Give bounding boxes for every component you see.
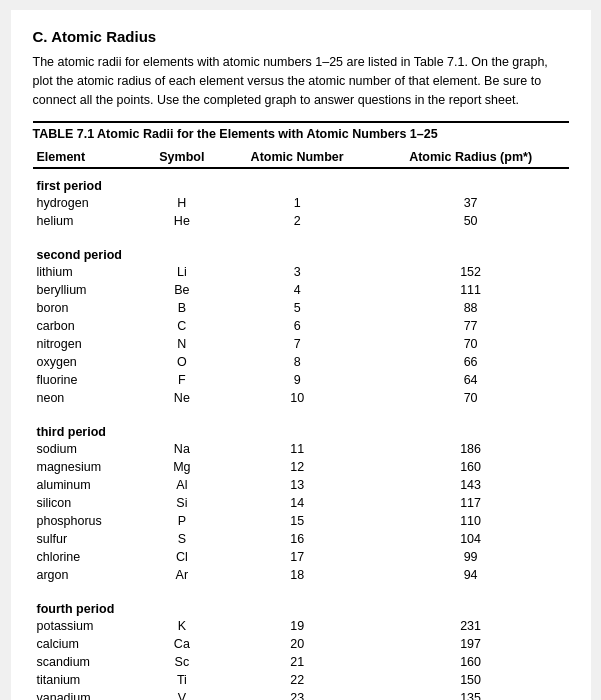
description: The atomic radii for elements with atomi…	[33, 53, 569, 109]
cell-number: 19	[222, 617, 373, 635]
cell-element: chlorine	[33, 548, 143, 566]
cell-symbol: Si	[142, 494, 221, 512]
page: C. Atomic Radius The atomic radii for el…	[11, 10, 591, 700]
cell-number: 20	[222, 635, 373, 653]
table-row: magnesiumMg12160	[33, 458, 569, 476]
cell-radius: 64	[373, 371, 569, 389]
cell-number: 1	[222, 194, 373, 212]
cell-radius: 231	[373, 617, 569, 635]
table-row: sulfurS16104	[33, 530, 569, 548]
cell-symbol: Na	[142, 440, 221, 458]
cell-element: hydrogen	[33, 194, 143, 212]
section-label: C.	[33, 28, 48, 45]
table-title: TABLE 7.1 Atomic Radii for the Elements …	[33, 121, 569, 141]
cell-radius: 143	[373, 476, 569, 494]
cell-radius: 66	[373, 353, 569, 371]
table-header-row: Element Symbol Atomic Number Atomic Radi…	[33, 147, 569, 168]
cell-symbol: V	[142, 689, 221, 700]
cell-number: 10	[222, 389, 373, 407]
cell-element: vanadium	[33, 689, 143, 700]
period-label: third period	[33, 415, 569, 440]
cell-number: 21	[222, 653, 373, 671]
cell-number: 17	[222, 548, 373, 566]
cell-number: 4	[222, 281, 373, 299]
table-row: nitrogenN770	[33, 335, 569, 353]
period-label: first period	[33, 168, 569, 194]
cell-symbol: Be	[142, 281, 221, 299]
table-row: lithiumLi3152	[33, 263, 569, 281]
cell-element: phosphorus	[33, 512, 143, 530]
section-heading: Atomic Radius	[51, 28, 156, 45]
cell-radius: 160	[373, 458, 569, 476]
cell-symbol: Al	[142, 476, 221, 494]
cell-number: 13	[222, 476, 373, 494]
table-row: sodiumNa11186	[33, 440, 569, 458]
cell-symbol: B	[142, 299, 221, 317]
cell-element: fluorine	[33, 371, 143, 389]
cell-element: titanium	[33, 671, 143, 689]
table-row: berylliumBe4111	[33, 281, 569, 299]
cell-radius: 104	[373, 530, 569, 548]
cell-number: 11	[222, 440, 373, 458]
table-row: heliumHe250	[33, 212, 569, 230]
table-row: oxygenO866	[33, 353, 569, 371]
cell-radius: 135	[373, 689, 569, 700]
cell-symbol: O	[142, 353, 221, 371]
cell-radius: 117	[373, 494, 569, 512]
cell-symbol: S	[142, 530, 221, 548]
period-spacer	[33, 230, 569, 238]
cell-symbol: Ar	[142, 566, 221, 584]
cell-element: sulfur	[33, 530, 143, 548]
table-row: siliconSi14117	[33, 494, 569, 512]
cell-symbol: Ne	[142, 389, 221, 407]
table-row: aluminumAl13143	[33, 476, 569, 494]
cell-element: nitrogen	[33, 335, 143, 353]
cell-number: 9	[222, 371, 373, 389]
cell-radius: 50	[373, 212, 569, 230]
cell-element: oxygen	[33, 353, 143, 371]
atomic-radius-table: Element Symbol Atomic Number Atomic Radi…	[33, 147, 569, 700]
cell-element: aluminum	[33, 476, 143, 494]
cell-number: 8	[222, 353, 373, 371]
cell-symbol: F	[142, 371, 221, 389]
table-row: carbonC677	[33, 317, 569, 335]
section-title: C. Atomic Radius	[33, 28, 569, 45]
table-row: fluorineF964	[33, 371, 569, 389]
period-header-fourth-period: fourth period	[33, 592, 569, 617]
period-spacer	[33, 584, 569, 592]
cell-radius: 110	[373, 512, 569, 530]
cell-element: potassium	[33, 617, 143, 635]
cell-radius: 152	[373, 263, 569, 281]
table-row: titaniumTi22150	[33, 671, 569, 689]
cell-symbol: Ca	[142, 635, 221, 653]
table-body: first periodhydrogenH137heliumHe250secon…	[33, 168, 569, 700]
cell-symbol: P	[142, 512, 221, 530]
cell-number: 18	[222, 566, 373, 584]
cell-radius: 70	[373, 389, 569, 407]
cell-element: boron	[33, 299, 143, 317]
cell-element: sodium	[33, 440, 143, 458]
period-header-second-period: second period	[33, 238, 569, 263]
table-row: hydrogenH137	[33, 194, 569, 212]
cell-symbol: C	[142, 317, 221, 335]
cell-symbol: Li	[142, 263, 221, 281]
col-atomic-radius: Atomic Radius (pm*)	[373, 147, 569, 168]
cell-radius: 37	[373, 194, 569, 212]
cell-symbol: H	[142, 194, 221, 212]
cell-number: 3	[222, 263, 373, 281]
period-spacer	[33, 407, 569, 415]
cell-element: carbon	[33, 317, 143, 335]
cell-symbol: Ti	[142, 671, 221, 689]
cell-element: helium	[33, 212, 143, 230]
cell-number: 6	[222, 317, 373, 335]
col-symbol: Symbol	[142, 147, 221, 168]
period-label: second period	[33, 238, 569, 263]
period-label: fourth period	[33, 592, 569, 617]
cell-number: 14	[222, 494, 373, 512]
cell-element: calcium	[33, 635, 143, 653]
cell-radius: 197	[373, 635, 569, 653]
cell-element: beryllium	[33, 281, 143, 299]
cell-symbol: Mg	[142, 458, 221, 476]
cell-radius: 70	[373, 335, 569, 353]
cell-symbol: He	[142, 212, 221, 230]
